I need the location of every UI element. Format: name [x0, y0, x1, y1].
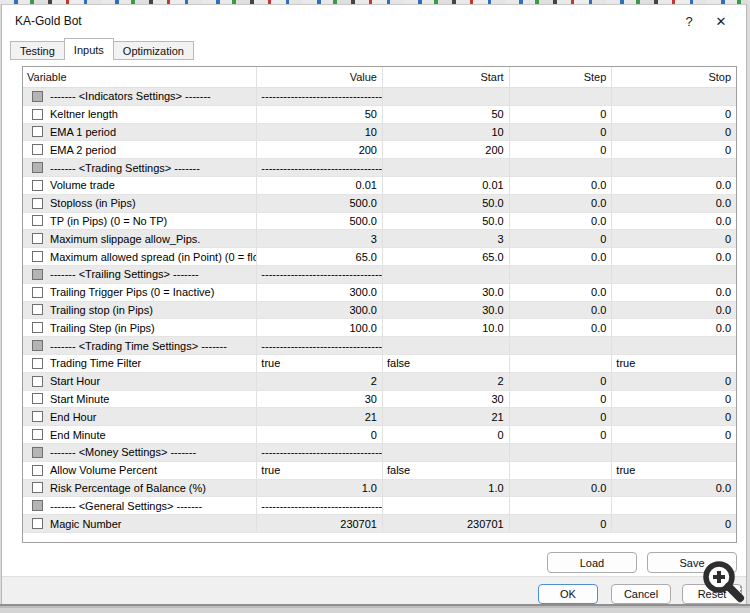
cell-stop[interactable]: 0	[612, 141, 736, 158]
cell-value[interactable]: 3	[257, 230, 383, 247]
cell-stop[interactable]: 0.0	[612, 302, 736, 319]
table-row[interactable]: Trailing Step (in Pips)100.010.00.00.0	[23, 319, 736, 337]
cell-stop[interactable]	[612, 337, 736, 354]
cell-start[interactable]: 65.0	[383, 248, 510, 265]
cell-start[interactable]: 2	[383, 373, 510, 390]
cell-stop[interactable]: 0.0	[612, 195, 736, 212]
cell-step[interactable]	[510, 355, 613, 372]
section-row[interactable]: ------- <Indicators Settings> ----------…	[23, 88, 736, 106]
cell-start[interactable]	[383, 337, 510, 354]
row-checkbox[interactable]	[32, 269, 43, 280]
table-row[interactable]: Maximum slippage allow_Pips.3300	[23, 230, 736, 248]
cell-step[interactable]	[510, 337, 613, 354]
row-checkbox[interactable]	[32, 198, 43, 209]
table-row[interactable]: Stoploss (in Pips)500.050.00.00.0	[23, 195, 736, 213]
cell-start[interactable]: false	[383, 462, 510, 479]
row-checkbox[interactable]	[32, 251, 43, 262]
cell-value[interactable]: 1.0	[257, 480, 383, 497]
cell-start[interactable]: 0	[383, 426, 510, 443]
table-row[interactable]: Risk Percentage of Balance (%)1.01.00.00…	[23, 480, 736, 498]
row-checkbox[interactable]	[32, 465, 43, 476]
cell-start[interactable]: 200	[383, 141, 510, 158]
section-row[interactable]: ------- <Trailing Settings> ------------…	[23, 266, 736, 284]
cell-stop[interactable]: 0.0	[612, 213, 736, 230]
table-row[interactable]: Trailing stop (in Pips)300.030.00.00.0	[23, 302, 736, 320]
cell-step[interactable]	[510, 497, 613, 514]
cell-start[interactable]: 21	[383, 408, 510, 425]
row-checkbox[interactable]	[32, 91, 43, 102]
cell-value[interactable]: 0	[257, 426, 383, 443]
cell-stop[interactable]: 0	[612, 426, 736, 443]
table-row[interactable]: Trailing Trigger Pips (0 = Inactive)300.…	[23, 284, 736, 302]
section-row[interactable]: ------- <Trading Settings> -------------…	[23, 159, 736, 177]
cell-step[interactable]: 0.0	[510, 177, 613, 194]
row-checkbox[interactable]	[32, 376, 43, 387]
cell-value[interactable]: 30	[257, 391, 383, 408]
row-checkbox[interactable]	[32, 180, 43, 191]
row-checkbox[interactable]	[32, 411, 43, 422]
cell-value[interactable]: true	[257, 355, 383, 372]
cell-start[interactable]: 50	[383, 106, 510, 123]
cell-stop[interactable]: 0	[612, 373, 736, 390]
cell-value[interactable]: true	[257, 462, 383, 479]
cell-start[interactable]: 10.0	[383, 319, 510, 336]
table-row[interactable]: Maximum allowed spread (in Point) (0 = f…	[23, 248, 736, 266]
cell-stop[interactable]: true	[612, 355, 736, 372]
cell-value[interactable]: 200	[257, 141, 383, 158]
cell-stop[interactable]: 0	[612, 124, 736, 141]
cell-value[interactable]: 21	[257, 408, 383, 425]
cell-stop[interactable]: true	[612, 462, 736, 479]
table-row[interactable]: Start Hour2200	[23, 373, 736, 391]
row-checkbox[interactable]	[32, 500, 43, 511]
cell-start[interactable]: false	[383, 355, 510, 372]
row-checkbox[interactable]	[32, 233, 43, 244]
cell-stop[interactable]	[612, 444, 736, 461]
load-button[interactable]: Load	[547, 552, 637, 573]
column-header-step[interactable]: Step	[510, 67, 613, 87]
row-checkbox[interactable]	[32, 429, 43, 440]
table-row[interactable]: TP (in Pips) (0 = No TP)500.050.00.00.0	[23, 213, 736, 231]
row-checkbox[interactable]	[32, 304, 43, 315]
cell-stop[interactable]: 0.0	[612, 480, 736, 497]
help-icon[interactable]: ?	[680, 12, 698, 30]
cell-step[interactable]: 0.0	[510, 248, 613, 265]
row-checkbox[interactable]	[32, 144, 43, 155]
cell-start[interactable]: 0.01	[383, 177, 510, 194]
cell-step[interactable]: 0.0	[510, 195, 613, 212]
cell-step[interactable]: 0.0	[510, 480, 613, 497]
cell-step[interactable]: 0	[510, 408, 613, 425]
cell-stop[interactable]	[612, 159, 736, 176]
cell-value[interactable]: --------------------------------------	[257, 88, 383, 105]
cell-start[interactable]: 30.0	[383, 284, 510, 301]
row-checkbox[interactable]	[32, 215, 43, 226]
table-row[interactable]: End Minute0000	[23, 426, 736, 444]
cell-step[interactable]: 0	[510, 230, 613, 247]
cell-stop[interactable]: 0	[612, 515, 736, 532]
cell-value[interactable]: 100.0	[257, 319, 383, 336]
cell-step[interactable]	[510, 444, 613, 461]
cell-step[interactable]: 0.0	[510, 213, 613, 230]
cell-start[interactable]: 50.0	[383, 213, 510, 230]
cell-value[interactable]: 0.01	[257, 177, 383, 194]
cell-start[interactable]: 30.0	[383, 302, 510, 319]
cell-value[interactable]: --------------------------------------	[257, 337, 383, 354]
cell-step[interactable]	[510, 266, 613, 283]
section-row[interactable]: ------- <Trading Time Settings> --------…	[23, 337, 736, 355]
tab-optimization[interactable]: Optimization	[113, 41, 194, 60]
row-checkbox[interactable]	[32, 340, 43, 351]
cell-start[interactable]: 10	[383, 124, 510, 141]
cell-stop[interactable]: 0	[612, 106, 736, 123]
cell-step[interactable]: 0	[510, 515, 613, 532]
cell-step[interactable]: 0.0	[510, 319, 613, 336]
cell-start[interactable]	[383, 159, 510, 176]
row-checkbox[interactable]	[32, 358, 43, 369]
tab-testing[interactable]: Testing	[10, 41, 65, 60]
cell-value[interactable]: 10	[257, 124, 383, 141]
column-header-value[interactable]: Value	[257, 67, 383, 87]
cell-start[interactable]	[383, 88, 510, 105]
cell-value[interactable]: 50	[257, 106, 383, 123]
cell-step[interactable]: 0.0	[510, 302, 613, 319]
table-row[interactable]: EMA 1 period101000	[23, 124, 736, 142]
cell-value[interactable]: --------------------------------------	[257, 444, 383, 461]
section-row[interactable]: ------- <General Settings> -------------…	[23, 497, 736, 515]
